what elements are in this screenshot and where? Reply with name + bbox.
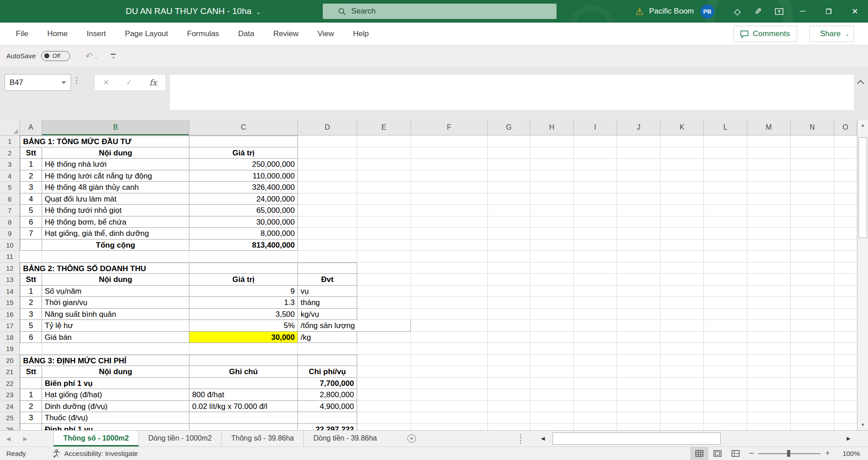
cell-K20[interactable] — [660, 355, 704, 366]
cell-E4[interactable] — [357, 170, 411, 182]
cell-G2[interactable] — [488, 147, 530, 159]
cell-M1[interactable] — [747, 136, 791, 147]
cell-G7[interactable] — [488, 205, 530, 216]
cell-D7[interactable] — [298, 205, 357, 216]
cell-E25[interactable] — [357, 412, 411, 424]
cell-N20[interactable] — [791, 355, 834, 366]
cell-A1[interactable]: BẢNG 1: TỔNG MỨC ĐẦU TƯ — [20, 136, 189, 147]
cell-A11[interactable] — [20, 251, 42, 263]
cell-N6[interactable] — [791, 193, 834, 205]
cell-E10[interactable] — [357, 239, 411, 251]
cell-L18[interactable] — [704, 332, 747, 343]
insert-function-icon[interactable]: fx — [149, 78, 157, 87]
cell-K22[interactable] — [660, 378, 704, 390]
sheet-tab-th-ng-s-39-86ha[interactable]: Thông số - 39.86ha — [221, 431, 303, 446]
cell-J7[interactable] — [617, 205, 660, 216]
cell-B10[interactable]: Tổng cộng — [42, 239, 189, 251]
cell-D2[interactable] — [298, 147, 357, 159]
cell-E26[interactable] — [357, 424, 411, 431]
cell-F19[interactable] — [411, 343, 488, 355]
cell-N2[interactable] — [791, 147, 834, 159]
cancel-icon[interactable]: ✕ — [103, 78, 109, 87]
cell-M2[interactable] — [747, 147, 791, 159]
cell-O22[interactable] — [834, 378, 857, 390]
cell-O13[interactable] — [834, 274, 857, 286]
cell-C10[interactable]: 813,400,000 — [189, 239, 298, 251]
cell-O21[interactable] — [834, 366, 857, 378]
cell-D17[interactable]: /tổng sản lượng — [298, 320, 411, 332]
cell-O12[interactable] — [834, 263, 857, 274]
row-header-23[interactable]: 23 — [0, 389, 20, 401]
zoom-slider-thumb[interactable] — [787, 450, 790, 457]
cell-G18[interactable] — [488, 332, 530, 343]
cell-J17[interactable] — [617, 320, 660, 332]
zoom-out-icon[interactable]: − — [745, 449, 759, 458]
cell-O3[interactable] — [834, 159, 857, 170]
cell-D20[interactable] — [298, 355, 357, 366]
cell-A7[interactable]: 5 — [20, 205, 42, 216]
cell-B3[interactable]: Hệ thống nhà lưới — [42, 159, 189, 170]
cell-F3[interactable] — [411, 159, 488, 170]
cell-D25[interactable] — [298, 412, 357, 424]
cell-D11[interactable] — [298, 251, 357, 263]
avatar[interactable]: PB — [700, 5, 714, 19]
cell-M15[interactable] — [747, 297, 791, 309]
cell-N12[interactable] — [791, 263, 834, 274]
cell-M6[interactable] — [747, 193, 791, 205]
cell-H21[interactable] — [530, 366, 574, 378]
cell-C23[interactable]: 800 đ/hạt — [189, 389, 298, 401]
cell-N13[interactable] — [791, 274, 834, 286]
cell-C9[interactable]: 8,000,000 — [189, 228, 298, 239]
zoom-level[interactable]: 100% — [835, 450, 868, 457]
cell-F16[interactable] — [411, 309, 488, 320]
cell-J19[interactable] — [617, 343, 660, 355]
collapse-formula-bar-icon[interactable] — [857, 80, 864, 87]
cell-N1[interactable] — [791, 136, 834, 147]
cell-J20[interactable] — [617, 355, 660, 366]
row-header-14[interactable]: 14 — [0, 286, 20, 297]
cell-O5[interactable] — [834, 182, 857, 193]
cell-M22[interactable] — [747, 378, 791, 390]
cell-H12[interactable] — [530, 263, 574, 274]
cell-L20[interactable] — [704, 355, 747, 366]
hscroll-right-icon[interactable]: ▶ — [842, 431, 855, 446]
cell-C8[interactable]: 30,000,000 — [189, 216, 298, 228]
cell-H17[interactable] — [530, 320, 574, 332]
cell-K16[interactable] — [660, 309, 704, 320]
restore-button[interactable] — [816, 0, 842, 23]
row-header-11[interactable]: 11 — [0, 251, 20, 263]
cell-F20[interactable] — [411, 355, 488, 366]
select-all-corner[interactable] — [0, 120, 20, 136]
cell-I1[interactable] — [574, 136, 617, 147]
horizontal-scrollbar-thumb[interactable] — [552, 432, 721, 445]
cell-M7[interactable] — [747, 205, 791, 216]
cell-O1[interactable] — [834, 136, 857, 147]
cell-B4[interactable]: Hệ thống lưới cắt nắng tự động — [42, 170, 189, 182]
cell-K25[interactable] — [660, 412, 704, 424]
cell-C2[interactable]: Giá trị — [189, 147, 298, 159]
cell-N19[interactable] — [791, 343, 834, 355]
sheet-tab-th-ng-s-1000m2[interactable]: Thông số - 1000m2 — [53, 431, 139, 446]
cell-M4[interactable] — [747, 170, 791, 182]
cell-G24[interactable] — [488, 401, 530, 413]
cell-N24[interactable] — [791, 401, 834, 413]
cell-F1[interactable] — [411, 136, 488, 147]
cell-A10[interactable] — [20, 239, 42, 251]
cell-B19[interactable] — [42, 343, 189, 355]
cell-F5[interactable] — [411, 182, 488, 193]
cell-F11[interactable] — [411, 251, 488, 263]
cell-H14[interactable] — [530, 286, 574, 297]
cell-B9[interactable]: Hạt giống, giá thể, dinh dưỡng — [42, 228, 189, 239]
cell-M11[interactable] — [747, 251, 791, 263]
cell-K26[interactable] — [660, 424, 704, 431]
cell-F17[interactable] — [411, 320, 488, 332]
cell-K23[interactable] — [660, 389, 704, 401]
cell-C13[interactable]: Giá trị — [189, 274, 298, 286]
cell-K18[interactable] — [660, 332, 704, 343]
cell-J15[interactable] — [617, 297, 660, 309]
hscroll-left-icon[interactable]: ◀ — [536, 431, 550, 446]
pen-icon[interactable]: ✎ — [748, 0, 769, 23]
cell-G4[interactable] — [488, 170, 530, 182]
cell-H25[interactable] — [530, 412, 574, 424]
cell-H24[interactable] — [530, 401, 574, 413]
